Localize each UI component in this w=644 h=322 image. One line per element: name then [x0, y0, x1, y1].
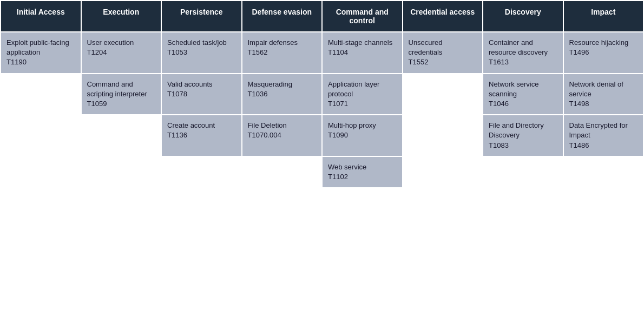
cell-row2-col0: [1, 115, 81, 156]
technique-name: Valid accounts: [167, 80, 213, 88]
column-header-2: Persistence: [161, 1, 242, 32]
technique-name: Web service: [328, 163, 366, 171]
technique-name: Multi-hop proxy: [328, 121, 376, 129]
cell-row3-col0: [1, 156, 81, 188]
cell-row0-col6: Container and resource discoveryT1613: [483, 32, 563, 74]
technique-id: T1204: [87, 48, 107, 56]
cell-row2-col2: Create accountT1136: [161, 115, 242, 156]
technique-id: T1496: [569, 48, 589, 56]
technique-id: T1071: [328, 100, 348, 108]
cell-row0-col1: User executionT1204: [81, 32, 162, 74]
technique-name: Command and scripting interpreter: [87, 80, 147, 98]
technique-name: Data Encrypted for Impact: [569, 121, 628, 139]
technique-id: T1083: [489, 141, 509, 149]
technique-name: File and Directory Discovery: [489, 121, 544, 139]
column-header-7: Impact: [563, 1, 644, 32]
cell-row1-col6: Network service scanningT1046: [483, 74, 563, 115]
technique-id: T1070.004: [248, 131, 281, 139]
cell-row3-col4: Web serviceT1102: [322, 156, 403, 188]
cell-row2-col7: Data Encrypted for ImpactT1486: [563, 115, 644, 156]
cell-row1-col5: [403, 74, 483, 115]
technique-id: T1613: [489, 58, 509, 66]
technique-id: T1104: [328, 48, 348, 56]
technique-id: T1486: [569, 141, 589, 149]
technique-id: T1562: [248, 48, 268, 56]
technique-id: T1090: [328, 131, 348, 139]
column-header-1: Execution: [81, 1, 162, 32]
cell-row1-col2: Valid accountsT1078: [161, 74, 242, 115]
column-header-0: Initial Access: [1, 1, 81, 32]
cell-row0-col2: Scheduled task/jobT1053: [161, 32, 242, 74]
technique-id: T1498: [569, 100, 589, 108]
technique-name: Application layer protocol: [328, 80, 379, 98]
technique-name: User execution: [87, 38, 134, 47]
cell-row1-col4: Application layer protocolT1071: [322, 74, 403, 115]
cell-row2-col3: File DeletionT1070.004: [242, 115, 323, 156]
technique-id: T1046: [489, 100, 509, 108]
technique-id: T1053: [167, 48, 187, 56]
cell-row3-col5: [403, 156, 483, 188]
cell-row3-col1: [81, 156, 162, 188]
cell-row3-col7: [563, 156, 644, 188]
cell-row1-col0: [1, 74, 81, 115]
technique-name: Masquerading: [248, 80, 292, 88]
cell-row0-col5: Unsecured credentialsT1552: [403, 32, 483, 74]
cell-row3-col2: [161, 156, 242, 188]
cell-row2-col6: File and Directory DiscoveryT1083: [483, 115, 563, 156]
cell-row2-col5: [403, 115, 483, 156]
column-header-6: Discovery: [483, 1, 563, 32]
cell-row1-col7: Network denial of serviceT1498: [563, 74, 644, 115]
technique-name: Multi-stage channels: [328, 38, 392, 47]
column-header-4: Command and control: [322, 1, 403, 32]
technique-id: T1059: [87, 100, 107, 108]
cell-row0-col4: Multi-stage channelsT1104: [322, 32, 403, 74]
cell-row1-col1: Command and scripting interpreterT1059: [81, 74, 162, 115]
cell-row3-col3: [242, 156, 323, 188]
cell-row3-col6: [483, 156, 563, 188]
technique-name: Network denial of service: [569, 80, 623, 98]
technique-name: File Deletion: [248, 121, 287, 129]
technique-id: T1552: [409, 58, 429, 66]
technique-id: T1190: [6, 58, 27, 66]
technique-name: Impair defenses: [248, 38, 298, 47]
technique-name: Create account: [167, 121, 215, 129]
technique-name: Container and resource discovery: [489, 38, 548, 56]
cell-row0-col3: Impair defensesT1562: [242, 32, 323, 74]
cell-row2-col1: [81, 115, 162, 156]
technique-name: Resource hijacking: [569, 38, 629, 47]
column-header-5: Credential access: [403, 1, 483, 32]
technique-id: T1136: [167, 131, 187, 139]
cell-row2-col4: Multi-hop proxyT1090: [322, 115, 403, 156]
mitre-matrix-table: Initial AccessExecutionPersistenceDefens…: [0, 0, 644, 188]
cell-row0-col7: Resource hijackingT1496: [563, 32, 644, 74]
technique-id: T1102: [328, 173, 348, 181]
technique-id: T1036: [248, 90, 268, 98]
technique-name: Network service scanning: [489, 80, 538, 98]
technique-name: Unsecured credentials: [409, 38, 443, 56]
technique-id: T1078: [167, 90, 187, 98]
technique-name: Scheduled task/job: [167, 38, 227, 47]
cell-row0-col0: Exploit public-facing applicationT1190: [1, 32, 81, 74]
technique-name: Exploit public-facing application: [6, 38, 69, 56]
column-header-3: Defense evasion: [242, 1, 323, 32]
cell-row1-col3: MasqueradingT1036: [242, 74, 323, 115]
